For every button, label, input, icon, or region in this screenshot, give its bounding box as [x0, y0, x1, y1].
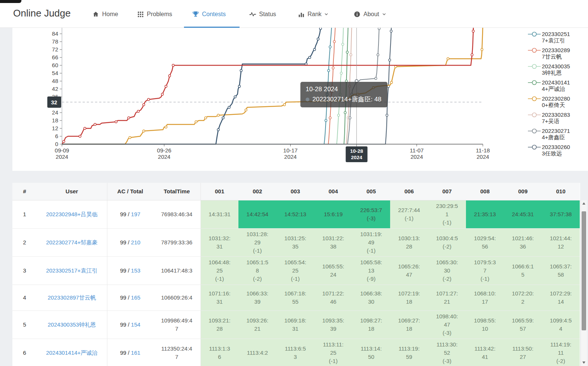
- user-link[interactable]: 2023302517+袁江引: [46, 267, 98, 274]
- legend-label: 2023302837+吴语: [542, 111, 573, 124]
- series-line-2024301414+严诚治: [62, 28, 348, 144]
- y-tick-label: 60: [52, 62, 58, 68]
- svg-text:2024: 2024: [476, 154, 489, 160]
- total-submissions-link[interactable]: 197: [131, 211, 140, 217]
- nav-label: Home: [102, 11, 118, 18]
- user-link[interactable]: 2022302774+邹嘉豪: [46, 239, 98, 246]
- data-point-marker: [326, 93, 328, 95]
- nav-item-status[interactable]: Status: [249, 9, 276, 19]
- nav-item-home[interactable]: Home: [92, 9, 118, 19]
- total-time-cell: 112350:24:47: [153, 339, 201, 366]
- grid-icon: [137, 11, 144, 18]
- legend-item[interactable]: 2024301414+严诚治: [528, 79, 587, 92]
- total-time-cell: 106609:26:4: [153, 285, 201, 310]
- problem-time-cell: 1064:48:25(-1): [201, 256, 238, 285]
- data-point-marker: [390, 30, 392, 32]
- data-point-marker: [357, 93, 359, 95]
- legend-item[interactable]: 2022302800+蔡倚天: [528, 95, 587, 108]
- legend-item[interactable]: 2023302517+袁江引: [528, 31, 587, 44]
- total-time-cell: 106417:48:3: [153, 256, 201, 285]
- nav-item-problems[interactable]: Problems: [137, 9, 172, 19]
- data-point-marker: [143, 104, 145, 106]
- legend-item[interactable]: 2024300353钟礼恩: [528, 63, 587, 76]
- total-submissions-link[interactable]: 154: [131, 321, 140, 328]
- legend-item[interactable]: 2023302837+吴语: [528, 111, 587, 124]
- total-submissions-link[interactable]: 153: [131, 267, 140, 274]
- problem-time-cell: 226:53:7(-3): [352, 200, 390, 228]
- vertical-scrollbar[interactable]: [580, 200, 587, 366]
- data-point-marker: [161, 93, 163, 95]
- data-point-marker: [330, 90, 333, 93]
- y-tick-label: 78: [52, 38, 58, 45]
- total-submissions-link[interactable]: 210: [131, 239, 140, 246]
- data-point-marker: [390, 81, 393, 84]
- data-point-marker: [332, 67, 334, 69]
- scrollbar-thumb[interactable]: [582, 211, 586, 330]
- problem-time-cell: 1113:6:53: [276, 339, 314, 366]
- total-submissions-link[interactable]: 161: [131, 349, 140, 356]
- problem-time-cell: 230:29:51(-1): [428, 200, 466, 228]
- user-link[interactable]: 2024301414+严诚治: [46, 349, 98, 356]
- problem-time-cell: 14:52:13: [276, 200, 314, 228]
- problem-time-cell: 1030:13:28: [390, 228, 428, 256]
- legend-item[interactable]: 2022302714+唐鑫臣: [528, 128, 587, 140]
- data-point-marker: [340, 72, 342, 74]
- info-icon: [354, 11, 360, 18]
- legend-marker-icon: [528, 128, 541, 134]
- user-link[interactable]: 2024300353钟礼恩: [48, 321, 96, 328]
- total-submissions-link[interactable]: 165: [131, 294, 140, 301]
- data-point-marker: [348, 85, 351, 87]
- ac-total-cell: 99 / 154: [107, 310, 153, 339]
- data-point-marker: [338, 114, 340, 116]
- problem-time-cell: 1098:27:18: [352, 310, 390, 339]
- contest-progress-chart[interactable]: 0612182436424854606672788409-09202409-26…: [12, 28, 588, 171]
- data-point-marker: [172, 64, 174, 66]
- rank-cell: 4: [12, 285, 37, 310]
- data-point-marker: [143, 130, 145, 132]
- legend-marker-icon: [528, 80, 541, 86]
- problem-time-cell: 1113:42:41: [466, 339, 504, 366]
- data-point-marker: [447, 58, 449, 60]
- problem-time-cell: 1072:20:2: [504, 285, 542, 310]
- nav-item-about[interactable]: About: [354, 9, 387, 19]
- problem-time-cell: 1113:1:36: [201, 339, 238, 366]
- nav-item-contests[interactable]: Contests: [192, 9, 226, 19]
- chart-canvas[interactable]: 0612182436424854606672788409-09202409-26…: [12, 28, 531, 171]
- problem-time-cell: 1113:4:2: [238, 339, 276, 366]
- data-point-marker: [309, 56, 311, 59]
- user-link[interactable]: 2022302948+吕昊临: [46, 211, 98, 217]
- problem-time-cell: 1072:19:18: [390, 285, 428, 310]
- chevron-down-icon: [381, 12, 387, 17]
- legend-label: 2024300353钟礼恩: [542, 63, 573, 76]
- legend-item[interactable]: 2023302897甘云帆: [528, 47, 587, 60]
- legend-label: 2022302800+蔡倚天: [542, 95, 573, 108]
- table-row: 22022302774+邹嘉豪99 / 21078799:33:361031:3…: [12, 228, 580, 256]
- legend-item[interactable]: 2023302603任致远: [528, 144, 587, 157]
- data-point-marker: [205, 117, 207, 119]
- data-point-marker: [339, 93, 341, 95]
- rank-cell: 3: [12, 256, 37, 285]
- table-header-row: #UserAC / TotalTotalTime0010020030040050…: [12, 183, 580, 200]
- problem-time-cell: 1031:25:35: [276, 228, 314, 256]
- scroll-down-arrow-icon[interactable]: [581, 359, 587, 366]
- legend-marker-icon: [528, 47, 541, 53]
- user-link[interactable]: 2023302897甘云帆: [48, 294, 96, 301]
- data-point-marker: [386, 114, 388, 116]
- data-point-marker: [481, 48, 483, 51]
- data-point-marker: [349, 117, 351, 119]
- user-cell: 2023302517+袁江引: [37, 256, 107, 285]
- y-tick-label: 48: [52, 78, 58, 84]
- data-point-marker: [345, 80, 347, 82]
- data-point-marker: [305, 63, 307, 65]
- data-point-marker: [327, 69, 330, 72]
- problem-time-cell: 14:31:31: [201, 200, 238, 228]
- data-point-marker: [217, 114, 219, 116]
- problem-time-cell: 1093:26:21: [238, 310, 276, 339]
- data-point-marker: [329, 117, 331, 119]
- nav-item-rank[interactable]: Rank: [298, 9, 329, 19]
- legend-marker-icon: [528, 63, 541, 69]
- x-tick-label: 09-09: [55, 147, 69, 154]
- ac-total-cell: 99 / 197: [107, 200, 153, 228]
- brand-title[interactable]: Online Judge: [13, 8, 71, 19]
- scroll-up-arrow-icon[interactable]: [581, 200, 587, 207]
